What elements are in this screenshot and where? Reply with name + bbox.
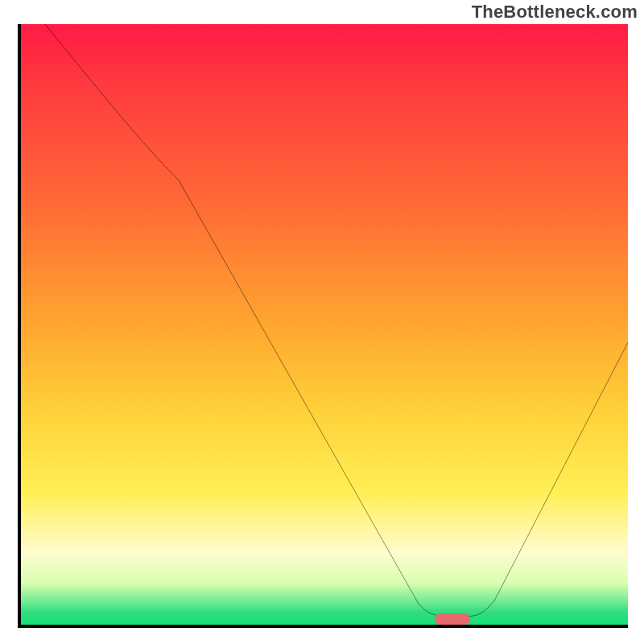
chart-stage: TheBottleneck.com [0, 0, 644, 644]
watermark-text: TheBottleneck.com [472, 2, 638, 23]
optimal-marker [435, 613, 470, 625]
gradient-background [21, 24, 628, 625]
